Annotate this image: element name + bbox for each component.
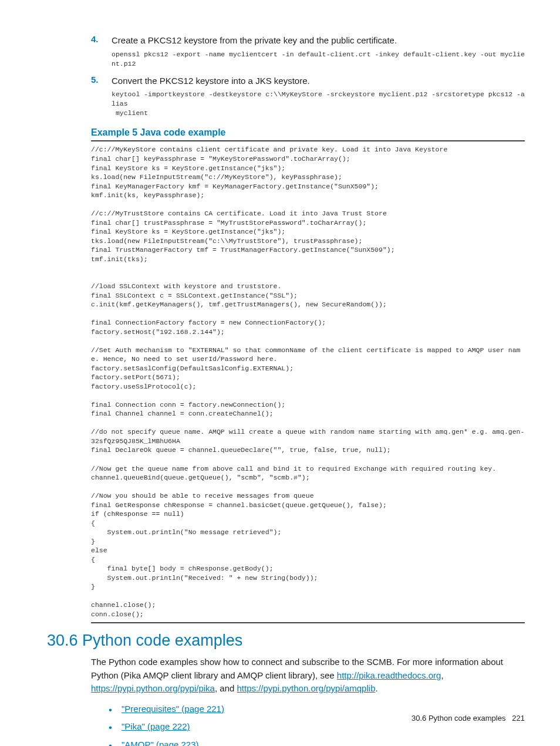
link-pypi-pika[interactable]: https://pypi.python.org/pypi/pika [91,683,215,693]
link-pypi-amqplib[interactable]: https://pypi.python.org/pypi/amqplib [237,683,376,693]
java-code-block: //c://MyKeyStore contains client certifi… [91,145,525,619]
xref-amqp[interactable]: "AMQP" (page 223) [122,740,199,746]
list-item: "AMQP" (page 223) [109,738,525,746]
step-number: 4. [91,34,112,48]
section-intro: The Python code examples show how to con… [91,656,525,696]
separator: , [441,670,443,680]
period: . [375,683,377,693]
step-text: Create a PKCS12 keystore from the privat… [112,34,525,48]
xref-prerequisites[interactable]: "Prerequisites" (page 221) [122,704,224,714]
step-4: 4. Create a PKCS12 keystore from the pri… [91,34,525,48]
step-5: 5. Convert the PKCS12 keystore into a JK… [91,75,525,88]
step-4-code: openssl pkcs12 -export -name myclientcer… [112,50,525,69]
section-heading-30-6: 30.6 Python code examples [47,632,525,650]
section-links-list: "Prerequisites" (page 221) "Pika" (page … [109,703,525,746]
step-text: Convert the PKCS12 keystore into a JKS k… [112,75,525,88]
step-5-code: keytool -importkeystore -destkeystore c:… [112,90,525,118]
step-number: 5. [91,75,112,88]
footer-page-number: 221 [512,714,525,723]
xref-pika[interactable]: "Pika" (page 222) [122,721,190,731]
horizontal-rule [91,140,525,141]
link-pika-docs[interactable]: http://pika.readthedocs.org [337,670,441,680]
example-title: Example 5 Java code example [91,127,525,138]
footer-section: 30.6 Python code examples [411,714,505,723]
page-footer: 30.6 Python code examples 221 [411,714,525,723]
horizontal-rule [91,622,525,623]
separator: , and [215,683,237,693]
